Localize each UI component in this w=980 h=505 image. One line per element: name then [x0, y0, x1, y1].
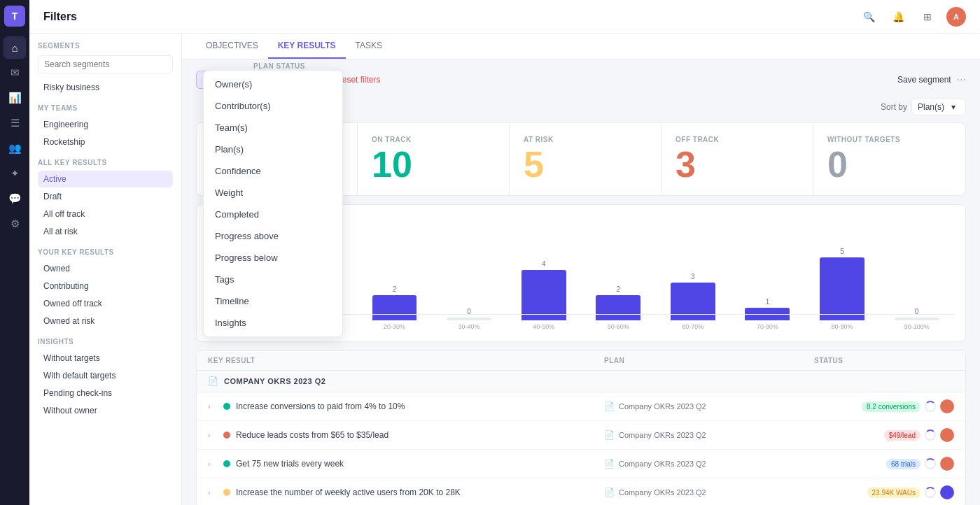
sort-by-label: Sort by [881, 102, 907, 112]
row-expand-icon[interactable]: › [208, 489, 218, 497]
stat-value-off-track: 3 [676, 146, 799, 183]
row-expand-icon[interactable]: › [208, 460, 218, 468]
sidebar-icon-chat[interactable]: 💬 [4, 187, 26, 210]
stat-card-on-track: ON TRACK 10 [358, 123, 510, 195]
bar-label: 90-100% [904, 323, 930, 330]
stat-value-without-targets: 0 [827, 146, 951, 183]
stat-card-off-track: OFF TRACK 3 [662, 123, 813, 195]
bar-label: 40-50% [533, 323, 554, 330]
table-row[interactable]: ›Increase conversions to paid from 4% to… [197, 392, 965, 421]
segment-item-without-owner[interactable]: Without owner [38, 402, 173, 419]
search-button[interactable]: 🔍 [858, 6, 879, 27]
row-title: Increase the number of weekly active use… [236, 488, 461, 497]
segment-item-rocketship[interactable]: Rocketship [38, 134, 173, 150]
dropdown-item-progress-above[interactable]: Progress above [204, 225, 342, 247]
app-logo[interactable]: T [4, 6, 25, 27]
segment-item-contributing[interactable]: Contributing [38, 278, 173, 294]
status-badge: 68 trials [886, 459, 920, 469]
dropdown-item-owner-s-[interactable]: Owner(s) [204, 73, 342, 95]
stat-card-at-risk: AT RISK 5 [510, 123, 662, 195]
bar-group: 030-40% [432, 308, 507, 330]
sidebar-icon-inbox[interactable]: ✉ [4, 62, 26, 84]
plan-doc-icon: 📄 [604, 459, 615, 469]
row-plan: 📄 Company OKRs 2023 Q2 [604, 459, 814, 469]
segment-item-engineering[interactable]: Engineering [38, 116, 173, 133]
bar-rect [372, 295, 417, 320]
spinner-icon [925, 458, 936, 469]
row-left: ›Get 75 new trials every week [208, 459, 604, 469]
tabs-bar: OBJECTIVES KEY RESULTS TASKS [182, 34, 980, 59]
bar-rect [522, 270, 566, 320]
row-status: 23.94K WAUs [814, 485, 954, 499]
segment-item-all-at-risk[interactable]: All at risk [38, 223, 173, 240]
bar-group: 580-90% [805, 248, 880, 330]
sidebar-icon-home[interactable]: ⌂ [4, 36, 26, 59]
segment-item-all-off-track[interactable]: All off track [38, 206, 173, 222]
table-rows-container: ›Increase conversions to paid from 4% to… [197, 392, 965, 505]
dropdown-item-plan-s-[interactable]: Plan(s) [204, 138, 342, 160]
apps-button[interactable]: ⊞ [917, 6, 938, 27]
dropdown-item-team-s-[interactable]: Team(s) [204, 117, 342, 138]
dropdown-item-confidence[interactable]: Confidence [204, 160, 342, 182]
bar-group: 250-60% [581, 285, 656, 330]
segment-item-risky[interactable]: Risky business [38, 79, 173, 96]
all-key-results-label: ALL KEY RESULTS [38, 159, 173, 166]
segment-item-owned-at-risk[interactable]: Owned at risk [38, 313, 173, 329]
bar-value: 5 [840, 248, 844, 255]
row-status-dot [223, 489, 230, 496]
table-row[interactable]: ›Get 75 new trials every week📄 Company O… [197, 450, 965, 478]
dropdown-item-completed[interactable]: Completed [204, 204, 342, 225]
sort-select[interactable]: Plan(s) ▾ [911, 99, 966, 115]
segment-item-with-default-targets[interactable]: With default targets [38, 367, 173, 384]
row-status: 68 trials [814, 457, 954, 471]
dropdown-item-progress-below[interactable]: Progress below [204, 247, 342, 269]
dropdown-item-weight[interactable]: Weight [204, 182, 342, 204]
row-left: ›Reduce leads costs from $65 to $35/lead [208, 430, 604, 440]
segment-item-owned-off-track[interactable]: Owned off track [38, 295, 173, 312]
user-avatar[interactable]: A [946, 7, 966, 27]
notifications-button[interactable]: 🔔 [888, 6, 909, 27]
bar-label: 20-30% [384, 323, 405, 330]
group-name: COMPANY OKRS 2023 Q2 [224, 377, 326, 385]
sidebar-icon-settings[interactable]: ⚙ [4, 213, 26, 235]
bar-value: 2 [616, 285, 620, 293]
more-options-button[interactable]: ··· [957, 73, 966, 86]
segment-item-active[interactable]: Active [38, 171, 173, 187]
row-expand-icon[interactable]: › [208, 432, 218, 439]
sidebar-icon-star[interactable]: ✦ [4, 162, 26, 185]
bar-label: 30-40% [458, 323, 480, 330]
search-segments-input[interactable] [38, 55, 173, 73]
table-row[interactable]: ›Increase the number of weekly active us… [197, 478, 965, 505]
dropdown-item-tags[interactable]: Tags [204, 269, 342, 290]
segment-item-without-targets[interactable]: Without targets [38, 350, 173, 367]
segment-item-pending-checkins[interactable]: Pending check-ins [38, 385, 173, 401]
row-status: 8.2 conversions [814, 399, 954, 413]
segment-item-draft[interactable]: Draft [38, 188, 173, 205]
chevron-down-icon: ▾ [951, 102, 955, 112]
dropdown-item-timeline[interactable]: Timeline [204, 290, 342, 312]
row-expand-icon[interactable]: › [208, 403, 218, 411]
save-segment-button[interactable]: Save segment [897, 75, 951, 85]
spinner-icon [925, 401, 936, 412]
tab-key-results[interactable]: KEY RESULTS [268, 34, 346, 59]
spinner-icon [925, 429, 936, 441]
table-group-row: 📄 COMPANY OKRS 2023 Q2 [197, 371, 965, 392]
tab-objectives[interactable]: OBJECTIVES [196, 34, 268, 59]
row-title: Reduce leads costs from $65 to $35/lead [236, 430, 388, 440]
sidebar-icon-chart[interactable]: 📊 [4, 87, 26, 109]
dropdown-item-contributor-s-[interactable]: Contributor(s) [204, 95, 342, 117]
status-badge: $49/lead [884, 430, 920, 441]
bar-value: 3 [691, 273, 695, 280]
row-avatar [940, 399, 954, 413]
sidebar-icon-list[interactable]: ☰ [4, 112, 26, 134]
row-title: Increase conversions to paid from 4% to … [236, 401, 405, 411]
segments-panel: SEGMENTS Risky business MY TEAMS Enginee… [29, 34, 182, 505]
sidebar-icon-people[interactable]: 👥 [4, 137, 26, 159]
bar-group: 090-100% [879, 308, 954, 330]
dropdown-item-insights[interactable]: Insights [204, 312, 342, 334]
segment-item-owned[interactable]: Owned [38, 260, 173, 277]
top-nav-right: 🔍 🔔 ⊞ A [858, 6, 966, 27]
bar-label: 50-60% [608, 323, 629, 330]
table-row[interactable]: ›Reduce leads costs from $65 to $35/lead… [197, 421, 965, 450]
tab-tasks[interactable]: TASKS [346, 34, 392, 59]
